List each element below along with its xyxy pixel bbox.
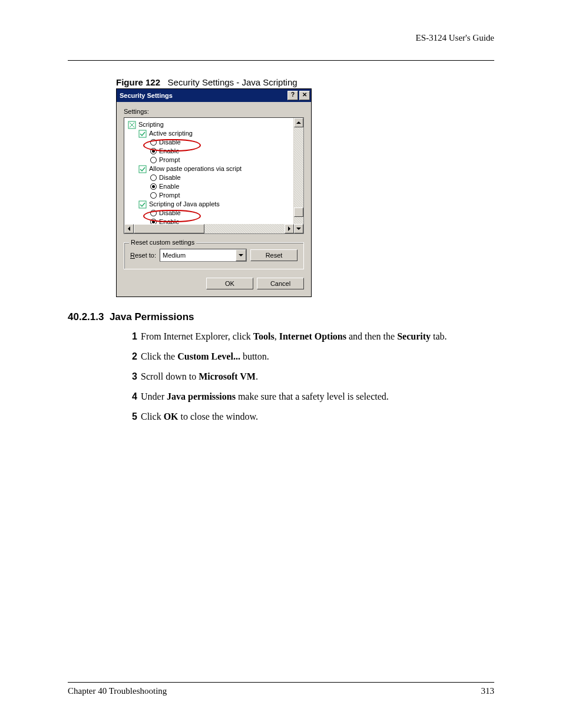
- security-settings-dialog: Security Settings ? ✕ Settings: Scriptin…: [116, 88, 312, 297]
- step-text: Scroll down to Microsoft VM.: [141, 370, 258, 383]
- tree-label: Scripting: [138, 120, 164, 129]
- radio-icon: [150, 192, 157, 199]
- section-number: 40.2.1.3: [68, 311, 104, 322]
- tree-group-allow-paste: Allow paste operations via script: [128, 164, 303, 173]
- reset-to-label: Reset to:: [130, 252, 156, 259]
- settings-label: Settings:: [124, 108, 304, 115]
- list-item: 1 From Internet Explorer, click Tools, I…: [127, 330, 494, 343]
- scroll-down-button[interactable]: [294, 224, 303, 233]
- step-number: 5: [127, 410, 137, 423]
- help-button[interactable]: ?: [287, 91, 298, 100]
- cancel-button[interactable]: Cancel: [257, 278, 304, 289]
- list-item: 5 Click OK to close the window.: [127, 410, 494, 423]
- radio-option[interactable]: Prompt: [128, 156, 303, 164]
- list-item: 4 Under Java permissions make sure that …: [127, 390, 494, 403]
- vertical-scrollbar[interactable]: [293, 118, 303, 233]
- scrollbar-thumb[interactable]: [294, 207, 303, 217]
- list-item: 3 Scroll down to Microsoft VM.: [127, 370, 494, 383]
- section-title: Java Permissions: [110, 311, 194, 322]
- section-heading: 40.2.1.3 Java Permissions: [68, 311, 494, 323]
- step-number: 2: [127, 350, 137, 363]
- radio-icon: [150, 210, 157, 216]
- close-button[interactable]: ✕: [299, 91, 310, 100]
- tree-label: Allow paste operations via script: [149, 164, 242, 173]
- scroll-right-button[interactable]: [285, 224, 294, 233]
- figure-caption-text: Security Settings - Java Scripting: [168, 77, 297, 87]
- reset-button[interactable]: Reset: [250, 249, 297, 261]
- step-text: Under Java permissions make sure that a …: [141, 390, 389, 403]
- step-number: 1: [127, 330, 137, 343]
- radio-icon: [150, 139, 157, 146]
- radio-icon: [150, 183, 157, 190]
- tree-label: Scripting of Java applets: [149, 200, 220, 209]
- fieldset-legend: Reset custom settings: [129, 239, 196, 246]
- tree-group-active-scripting: Active scripting: [128, 129, 303, 138]
- step-number: 3: [127, 370, 137, 383]
- reset-to-combo[interactable]: Medium: [160, 249, 247, 262]
- radio-icon: [150, 174, 157, 181]
- header-guide: ES-3124 User's Guide: [415, 33, 494, 43]
- scripting-icon: [128, 121, 136, 129]
- horizontal-scrollbar[interactable]: [124, 224, 294, 233]
- dialog-title: Security Settings: [120, 92, 286, 99]
- svg-rect-3: [139, 201, 146, 208]
- figure-label: Figure 122: [116, 77, 160, 87]
- header-rule: [68, 60, 494, 61]
- step-text: From Internet Explorer, click Tools, Int…: [141, 330, 447, 343]
- tree-group-java-applets: Scripting of Java applets: [128, 200, 303, 209]
- step-text: Click the Custom Level... button.: [141, 350, 269, 363]
- list-item: 2 Click the Custom Level... button.: [127, 350, 494, 363]
- scroll-up-button[interactable]: [294, 118, 303, 127]
- radio-option[interactable]: Prompt: [128, 191, 303, 200]
- step-number: 4: [127, 390, 137, 403]
- scripting-icon: [138, 130, 147, 138]
- radio-option[interactable]: Disable: [128, 138, 303, 147]
- svg-rect-1: [139, 130, 146, 137]
- radio-option[interactable]: Enable: [128, 182, 303, 191]
- radio-option[interactable]: Disable: [128, 173, 303, 182]
- tree-category-scripting: Scripting: [128, 120, 303, 129]
- combo-value: Medium: [163, 252, 186, 259]
- reset-custom-settings-group: Reset custom settings Reset to: Medium R…: [124, 242, 304, 269]
- tree-label: Active scripting: [149, 129, 193, 138]
- footer-page-number: 313: [481, 686, 495, 696]
- footer-rule: [68, 682, 494, 683]
- scripting-icon: [138, 200, 147, 209]
- radio-icon: [150, 157, 157, 163]
- radio-icon: [150, 148, 157, 154]
- radio-option[interactable]: Enable: [128, 147, 303, 156]
- ordered-steps: 1 From Internet Explorer, click Tools, I…: [68, 330, 494, 423]
- svg-rect-2: [139, 166, 146, 173]
- settings-tree[interactable]: Scripting Active scripting Disable Enabl…: [124, 117, 304, 234]
- scripting-icon: [138, 165, 147, 173]
- footer-chapter: Chapter 40 Troubleshooting: [68, 686, 481, 696]
- page-footer: Chapter 40 Troubleshooting 313: [68, 682, 494, 696]
- scrollbar-thumb[interactable]: [134, 224, 204, 233]
- scroll-left-button[interactable]: [124, 224, 134, 233]
- dialog-titlebar: Security Settings ? ✕: [117, 89, 311, 102]
- step-text: Click OK to close the window.: [141, 410, 258, 423]
- ok-button[interactable]: OK: [206, 278, 253, 289]
- combo-dropdown-button[interactable]: [236, 249, 246, 261]
- radio-option[interactable]: Disable: [128, 209, 303, 218]
- figure-caption: Figure 122 Security Settings - Java Scri…: [116, 77, 494, 87]
